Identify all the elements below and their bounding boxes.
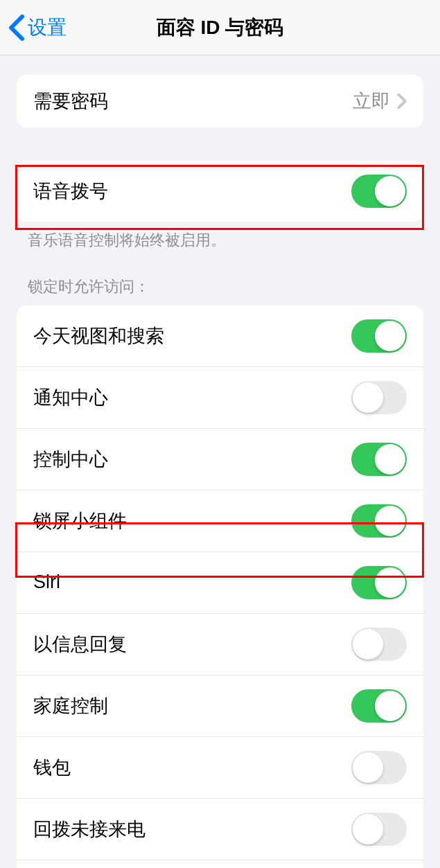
passcode-group: 需要密码 立即 — [17, 75, 423, 127]
lock-access-label: 通知中心 — [33, 385, 108, 410]
lock-access-label: 今天视图和搜索 — [33, 324, 164, 348]
lock-access-row: 家庭控制 — [17, 675, 423, 736]
lock-access-label: 家庭控制 — [33, 693, 108, 718]
lock-access-toggle[interactable] — [351, 504, 407, 538]
back-label: 设置 — [28, 15, 67, 41]
chevron-left-icon — [8, 14, 25, 42]
lock-access-row: 通知中心 — [17, 366, 423, 428]
lock-access-label: 锁屏小组件 — [33, 508, 127, 533]
lock-access-row: 今天视图和搜索 — [17, 305, 423, 366]
voice-dial-label: 语音拨号 — [33, 179, 108, 204]
lock-access-header: 锁定时允许访问： — [0, 276, 440, 305]
lock-access-toggle[interactable] — [351, 319, 407, 353]
lock-access-label: 钱包 — [33, 755, 71, 780]
lock-access-toggle[interactable] — [351, 689, 407, 723]
lock-access-label: 控制中心 — [33, 447, 108, 472]
lock-access-toggle[interactable] — [351, 628, 407, 661]
lock-access-row: 回拨未接来电 — [17, 798, 423, 860]
lock-access-toggle[interactable] — [351, 751, 407, 784]
lock-access-row: 钱包 — [17, 736, 423, 798]
chevron-right-icon — [397, 94, 407, 109]
lock-access-toggle[interactable] — [351, 566, 407, 599]
lock-access-toggle[interactable] — [351, 443, 407, 476]
require-passcode-label: 需要密码 — [33, 89, 108, 114]
lock-access-row: 控制中心 — [17, 428, 423, 490]
lock-access-row: 锁屏小组件 — [17, 490, 423, 551]
back-button[interactable]: 设置 — [0, 14, 67, 42]
lock-access-row: USB 配件 — [17, 860, 423, 868]
lock-access-row: 以信息回复 — [17, 613, 423, 675]
require-passcode-row[interactable]: 需要密码 立即 — [17, 75, 423, 127]
lock-access-group: 今天视图和搜索通知中心控制中心锁屏小组件Siri以信息回复家庭控制钱包回拨未接来… — [17, 305, 423, 868]
require-passcode-value: 立即 — [353, 89, 390, 114]
voice-dial-group: 语音拨号 — [17, 161, 423, 222]
page-title: 面容 ID 与密码 — [157, 15, 284, 41]
content: 需要密码 立即 语音拨号 音乐语音控制将始终被启用。 锁定时允许访问： — [0, 75, 440, 868]
voice-dial-toggle[interactable] — [351, 175, 407, 208]
lock-access-label: 以信息回复 — [33, 632, 127, 657]
voice-dial-row: 语音拨号 — [17, 161, 423, 222]
lock-access-label: 回拨未接来电 — [33, 817, 146, 842]
voice-dial-footer: 音乐语音控制将始终被启用。 — [0, 222, 440, 251]
lock-access-toggle[interactable] — [351, 381, 407, 414]
lock-access-toggle[interactable] — [351, 813, 407, 846]
lock-access-label: Siri — [33, 572, 60, 593]
lock-access-row: Siri — [17, 551, 423, 613]
navigation-bar: 设置 面容 ID 与密码 — [0, 0, 440, 55]
